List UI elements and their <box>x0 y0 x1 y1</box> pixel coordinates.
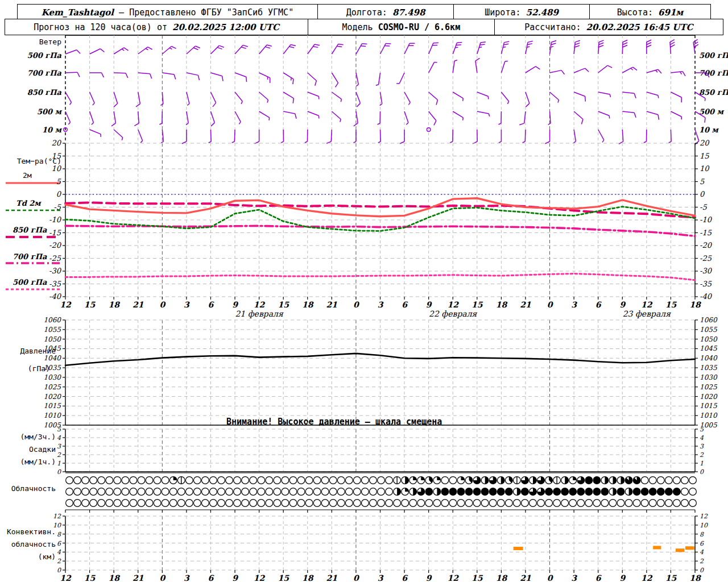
svg-text:9: 9 <box>232 300 238 309</box>
svg-text:15: 15 <box>278 573 289 582</box>
svg-text:12: 12 <box>254 573 266 582</box>
svg-text:0: 0 <box>700 190 705 198</box>
svg-text:2: 2 <box>700 558 704 565</box>
svg-text:1045: 1045 <box>43 344 61 352</box>
svg-text:21: 21 <box>520 573 531 582</box>
svg-text:1: 1 <box>700 460 704 467</box>
svg-text:1030: 1030 <box>43 373 61 381</box>
svg-text:-15: -15 <box>700 228 712 237</box>
svg-text:8: 8 <box>57 531 61 538</box>
svg-text:1050: 1050 <box>43 335 61 343</box>
svg-text:15: 15 <box>471 573 483 582</box>
svg-text:0: 0 <box>56 190 62 198</box>
svg-text:2: 2 <box>57 558 61 565</box>
svg-text:-10: -10 <box>700 215 713 224</box>
svg-text:1035: 1035 <box>700 364 718 372</box>
svg-text:21: 21 <box>133 573 144 582</box>
svg-text:18: 18 <box>689 573 701 582</box>
svg-text:3: 3 <box>378 300 384 309</box>
svg-text:15: 15 <box>471 300 483 309</box>
meteogram-page: Kem_Tashtagol — Предоставлено ФГБУ "ЗапС… <box>0 0 728 582</box>
svg-text:6: 6 <box>595 573 602 582</box>
svg-text:3: 3 <box>571 300 577 309</box>
svg-text:18: 18 <box>302 573 314 582</box>
svg-text:-10: -10 <box>49 215 62 224</box>
svg-text:5: 5 <box>700 177 705 186</box>
svg-text:21: 21 <box>133 300 144 309</box>
svg-text:6: 6 <box>595 300 602 309</box>
svg-text:2: 2 <box>57 451 61 459</box>
svg-text:12: 12 <box>700 513 708 520</box>
svg-text:-35: -35 <box>49 280 61 288</box>
svg-text:10: 10 <box>700 164 710 173</box>
svg-text:9: 9 <box>619 300 626 309</box>
svg-text:18: 18 <box>496 300 508 309</box>
svg-text:1060: 1060 <box>700 316 718 324</box>
svg-text:5: 5 <box>56 177 61 186</box>
svg-text:12: 12 <box>53 513 61 520</box>
svg-text:1020: 1020 <box>43 393 61 401</box>
svg-text:12: 12 <box>641 300 653 309</box>
svg-text:18: 18 <box>496 573 508 582</box>
svg-text:1050: 1050 <box>700 335 718 343</box>
svg-text:1060: 1060 <box>43 316 61 324</box>
svg-text:1045: 1045 <box>700 344 718 352</box>
svg-text:9: 9 <box>619 573 626 582</box>
svg-text:22 февраля: 22 февраля <box>429 309 478 318</box>
svg-text:3: 3 <box>184 300 190 309</box>
svg-text:-5: -5 <box>53 203 61 211</box>
svg-text:6: 6 <box>402 300 408 309</box>
svg-text:21: 21 <box>326 573 338 582</box>
meteogram-chart: 2020151510105500-5-5-10-10-15-15-20-20-2… <box>0 0 728 582</box>
svg-text:6: 6 <box>402 573 408 582</box>
svg-text:4: 4 <box>57 434 61 442</box>
svg-text:1020: 1020 <box>700 393 718 401</box>
svg-text:3: 3 <box>700 443 704 450</box>
svg-text:18: 18 <box>689 300 701 309</box>
svg-text:15: 15 <box>278 300 289 309</box>
svg-text:1040: 1040 <box>700 354 718 362</box>
svg-text:15: 15 <box>700 152 709 160</box>
svg-text:-30: -30 <box>49 267 62 275</box>
svg-text:9: 9 <box>426 300 432 309</box>
svg-text:6: 6 <box>57 540 61 547</box>
svg-text:1: 1 <box>57 460 61 467</box>
svg-text:1055: 1055 <box>700 326 718 334</box>
svg-text:15: 15 <box>84 300 96 309</box>
svg-text:1010: 1010 <box>700 411 718 419</box>
svg-text:0: 0 <box>353 300 359 309</box>
svg-text:12: 12 <box>447 300 459 309</box>
svg-text:15: 15 <box>84 573 96 582</box>
svg-text:10: 10 <box>53 522 61 529</box>
svg-text:5: 5 <box>700 426 704 433</box>
svg-text:10: 10 <box>51 164 61 173</box>
svg-text:1025: 1025 <box>700 383 718 391</box>
svg-text:6: 6 <box>208 300 214 309</box>
svg-text:4: 4 <box>700 548 704 556</box>
svg-text:0: 0 <box>159 300 166 309</box>
svg-text:21: 21 <box>520 300 531 309</box>
svg-text:3: 3 <box>571 573 577 582</box>
svg-text:1010: 1010 <box>43 411 61 419</box>
svg-text:21: 21 <box>326 300 338 309</box>
svg-text:5: 5 <box>57 426 61 433</box>
svg-text:10: 10 <box>700 522 708 529</box>
svg-text:1015: 1015 <box>700 402 718 410</box>
svg-text:4: 4 <box>57 548 61 556</box>
svg-text:0: 0 <box>353 573 359 582</box>
svg-text:12: 12 <box>641 573 653 582</box>
svg-text:18: 18 <box>108 300 120 309</box>
svg-text:0: 0 <box>159 573 166 582</box>
svg-text:6: 6 <box>208 573 214 582</box>
svg-text:1055: 1055 <box>43 326 61 334</box>
svg-text:12: 12 <box>60 573 72 582</box>
svg-text:-25: -25 <box>49 254 61 263</box>
svg-text:20: 20 <box>700 139 710 147</box>
svg-text:1030: 1030 <box>700 373 718 381</box>
svg-text:-40: -40 <box>49 292 62 301</box>
svg-text:9: 9 <box>426 573 432 582</box>
svg-text:-40: -40 <box>700 292 713 301</box>
svg-text:-35: -35 <box>700 280 712 288</box>
svg-text:1035: 1035 <box>43 364 61 372</box>
svg-text:6: 6 <box>700 540 704 547</box>
